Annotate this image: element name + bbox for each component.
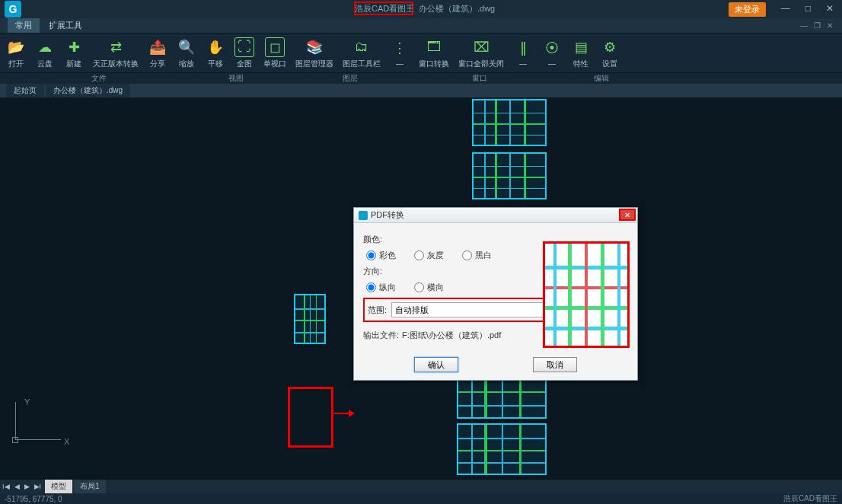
share-button[interactable]: 📤分享: [148, 37, 167, 69]
group-edit: 编辑: [563, 73, 639, 84]
login-button[interactable]: 未登录: [729, 2, 766, 17]
close-button[interactable]: ✕: [822, 2, 837, 15]
drawing-thumb-4: [457, 423, 547, 475]
group-layer: 图层: [312, 73, 388, 84]
minimize-button[interactable]: —: [777, 2, 794, 15]
ucs-y-label: Y: [24, 397, 30, 407]
radio-color-full[interactable]: 彩色: [366, 250, 396, 261]
nav-first[interactable]: I◀: [0, 483, 12, 490]
group-view: 视图: [198, 73, 274, 84]
output-label: 输出文件:: [363, 330, 399, 341]
tab-layout1[interactable]: 布局1: [74, 480, 106, 493]
p1-button[interactable]: ‖—: [513, 38, 533, 68]
dialog-title: PDF转换: [371, 209, 404, 221]
document-name: 办公楼（建筑）.dwg: [419, 3, 495, 14]
window-controls: — □ ✕: [777, 2, 837, 15]
ribbon-group-labels: 文件 视图 图层 窗口 编辑: [0, 73, 842, 84]
doc-minimize[interactable]: —: [800, 21, 808, 30]
title-bar: G 浩辰CAD看图王 办公楼（建筑）.dwg 未登录 — □ ✕: [0, 0, 842, 18]
share-icon: 📤: [148, 37, 167, 57]
window-switch-button[interactable]: 🗔窗口转换: [419, 37, 449, 69]
viewport-icon: ◻: [265, 37, 285, 57]
misc-icon: ⋮: [390, 38, 410, 58]
cloud-button[interactable]: ☁云盘: [35, 37, 55, 69]
dialog-title-icon: [359, 211, 368, 220]
group-window: 窗口: [442, 73, 518, 84]
tab-model[interactable]: 模型: [45, 480, 72, 493]
dialog-body: 颜色: 彩色 灰度 黑白 方向: 纵向 横向 范围: 自动排版 窗口 输出文件:…: [354, 223, 637, 352]
status-bar: -51795, 67775, 0 浩辰CAD看图王: [0, 493, 842, 504]
coordinates: -51795, 67775, 0: [5, 495, 62, 503]
new-icon: ✚: [64, 37, 84, 57]
p2-button[interactable]: ⦿—: [542, 38, 562, 68]
viewport-button[interactable]: ◻单视口: [263, 37, 286, 69]
radio-dir-portrait[interactable]: 纵向: [366, 282, 396, 293]
document-tabs: 起始页 办公楼（建筑）.dwg: [0, 84, 842, 97]
annotation-arrow: [334, 413, 354, 414]
pdf-convert-dialog: PDF转换 ✕ 颜色: 彩色 灰度 黑白 方向: 纵向 横向 范围: 自动排版 …: [353, 207, 638, 381]
model-layout-tabs: I◀ ◀ ▶ ▶I 模型 布局1: [0, 480, 842, 493]
menu-bar: 常用 扩展工具: [0, 18, 842, 33]
p2-icon: ⦿: [542, 38, 562, 58]
layer-toolbar-button[interactable]: 🗂图层工具栏: [343, 37, 381, 69]
range-label: 范围:: [368, 305, 387, 316]
ucs-x-label: X: [64, 437, 69, 446]
nav-prev[interactable]: ◀: [12, 483, 22, 490]
dialog-close-button[interactable]: ✕: [619, 209, 636, 221]
window-closeall-button[interactable]: ⌧窗口全部关闭: [458, 37, 504, 69]
radio-color-gray[interactable]: 灰度: [414, 250, 444, 261]
dialog-preview: [543, 241, 630, 348]
layertb-icon: 🗂: [352, 37, 372, 57]
new-button[interactable]: ✚新建: [64, 37, 84, 69]
misc-button[interactable]: ⋮—: [390, 38, 410, 68]
nav-last[interactable]: ▶I: [32, 483, 44, 490]
settings-button[interactable]: ⚙设置: [600, 37, 620, 69]
app-logo: G: [5, 1, 21, 18]
tab-document[interactable]: 办公楼（建筑）.dwg: [46, 84, 130, 97]
dialog-titlebar[interactable]: PDF转换 ✕: [354, 208, 637, 223]
pan-button[interactable]: ✋平移: [206, 37, 225, 69]
layers-icon: 📚: [305, 37, 324, 57]
properties-button[interactable]: ▤特性: [571, 37, 591, 69]
dialog-buttons: 确认 取消: [354, 352, 637, 380]
tab-start[interactable]: 起始页: [6, 84, 44, 97]
win-icon: 🗔: [424, 37, 444, 57]
ok-button[interactable]: 确认: [414, 357, 458, 372]
zoom-icon: 🔍: [177, 37, 196, 57]
drawing-thumb-1: [472, 99, 547, 146]
radio-color-bw[interactable]: 黑白: [462, 250, 492, 261]
zoom-button[interactable]: 🔍缩放: [177, 37, 196, 69]
radio-dir-landscape[interactable]: 横向: [414, 282, 444, 293]
doc-restore[interactable]: ❐: [814, 21, 821, 30]
p1-icon: ‖: [513, 38, 533, 58]
settings-icon: ⚙: [600, 37, 620, 57]
ribbon-toolbar: 📂打开 ☁云盘 ✚新建 ⇄天正版本转换 📤分享 🔍缩放 ✋平移 ⛶全图 ◻单视口…: [0, 33, 842, 73]
convert-button[interactable]: ⇄天正版本转换: [93, 37, 139, 69]
fit-icon: ⛶: [234, 37, 254, 57]
fit-button[interactable]: ⛶全图: [234, 37, 254, 69]
selection-highlight: [288, 387, 333, 448]
menu-common[interactable]: 常用: [8, 18, 40, 33]
open-icon: 📂: [6, 37, 26, 57]
nav-next[interactable]: ▶: [22, 483, 32, 490]
doc-close[interactable]: ✕: [827, 21, 833, 30]
doc-window-controls: — ❐ ✕: [800, 21, 833, 30]
open-button[interactable]: 📂打开: [6, 37, 26, 69]
app-title: 浩辰CAD看图王: [355, 3, 414, 14]
watermark: 浩辰CAD看图王: [783, 493, 837, 504]
group-file: 文件: [61, 73, 137, 84]
layer-manager-button[interactable]: 📚图层管理器: [295, 37, 333, 69]
cancel-button[interactable]: 取消: [533, 357, 577, 372]
props-icon: ▤: [571, 37, 591, 57]
pan-icon: ✋: [206, 37, 225, 57]
cloud-icon: ☁: [35, 37, 55, 57]
maximize-button[interactable]: □: [802, 2, 815, 15]
drawing-thumb-small: [294, 294, 326, 344]
winclose-icon: ⌧: [471, 37, 491, 57]
convert-icon: ⇄: [106, 37, 126, 57]
drawing-thumb-2: [472, 152, 547, 199]
menu-ext-tools[interactable]: 扩展工具: [41, 18, 90, 33]
